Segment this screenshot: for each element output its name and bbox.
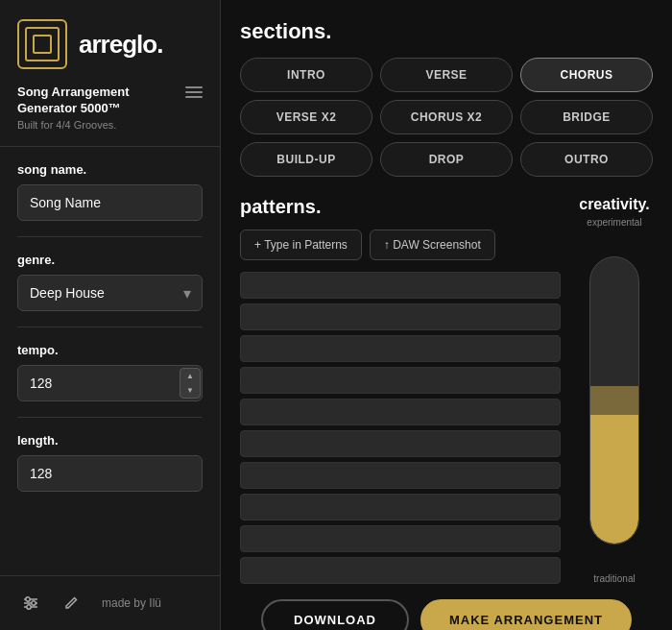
make-arrangement-button[interactable]: MAKE ARRANGEMENT: [420, 599, 632, 630]
patterns-creativity-row: patterns. + Type in Patterns ↑ DAW Scree…: [240, 196, 653, 584]
creativity-label-bottom: traditional: [593, 573, 635, 584]
patterns-title: patterns.: [240, 196, 561, 218]
creativity-fill: [590, 415, 638, 544]
pattern-row: [240, 367, 561, 394]
svg-point-3: [26, 597, 30, 601]
pattern-row: [240, 303, 561, 330]
tempo-spinners: ▲ ▼: [180, 368, 201, 399]
length-section: length.: [0, 418, 220, 507]
app-logo-text: arreglo.: [79, 30, 162, 60]
length-input[interactable]: [17, 455, 203, 492]
logo-inner: [25, 27, 60, 61]
section-btn-verse[interactable]: VERSE: [380, 58, 513, 92]
genre-label: genre.: [17, 253, 203, 267]
pattern-row: [240, 462, 561, 489]
tempo-input[interactable]: [17, 365, 203, 401]
song-name-label: song name.: [17, 162, 203, 177]
genre-select-wrapper: Deep House House Techno Drum & Bass Ambi…: [17, 275, 203, 311]
section-btn-outro[interactable]: OUTRO: [520, 142, 653, 177]
creativity-title: creativity.: [579, 196, 650, 213]
patterns-area: patterns. + Type in Patterns ↑ DAW Scree…: [240, 196, 561, 584]
section-btn-verse-x2[interactable]: VERSE X2: [240, 100, 372, 134]
section-btn-intro[interactable]: INTRO: [240, 58, 372, 92]
subtitle-line3: Built for 4/4 Grooves.: [17, 119, 130, 131]
creativity-pill[interactable]: [589, 256, 639, 545]
pattern-row: [240, 525, 561, 552]
subtitle-line1: Song Arrangement Generator 5000™: [17, 85, 130, 117]
left-panel: arreglo. Song Arrangement Generator 5000…: [0, 0, 221, 630]
logo-box: [17, 19, 67, 69]
song-name-input[interactable]: [17, 184, 203, 221]
pattern-row: [240, 272, 561, 299]
sliders-icon[interactable]: [17, 590, 44, 617]
song-name-section: song name.: [0, 147, 220, 236]
tempo-down-btn[interactable]: ▼: [180, 383, 200, 398]
pattern-row: [240, 557, 561, 584]
tempo-section: tempo. ▲ ▼: [0, 327, 220, 417]
tempo-up-btn[interactable]: ▲: [180, 369, 200, 383]
download-button[interactable]: DOWNLOAD: [261, 599, 409, 630]
pattern-row: [240, 494, 561, 521]
tempo-input-wrapper: ▲ ▼: [17, 365, 203, 401]
svg-point-5: [27, 605, 31, 609]
section-btn-drop[interactable]: DROP: [380, 142, 513, 177]
tempo-label: tempo.: [17, 343, 203, 357]
app-subtitle: Song Arrangement Generator 5000™ Built f…: [0, 85, 220, 147]
logo-area: arreglo.: [0, 0, 220, 85]
pattern-rows: [240, 272, 561, 584]
sections-title: sections.: [240, 19, 653, 44]
daw-screenshot-btn[interactable]: ↑ DAW Screenshot: [370, 230, 495, 260]
genre-select[interactable]: Deep House House Techno Drum & Bass Ambi…: [17, 275, 203, 311]
creativity-area: creativity. experimental traditional: [576, 196, 653, 584]
length-label: length.: [17, 433, 203, 448]
pattern-row: [240, 335, 561, 362]
pattern-row: [240, 399, 561, 425]
section-btn-chorus-x2[interactable]: CHORUS X2: [380, 100, 513, 134]
type-in-patterns-btn[interactable]: + Type in Patterns: [240, 230, 362, 260]
pattern-row: [240, 430, 561, 457]
made-by-text: made by Ilü: [102, 596, 161, 610]
section-btn-bridge[interactable]: BRIDGE: [520, 100, 653, 134]
section-btn-build-up[interactable]: BUILD-UP: [240, 142, 372, 177]
section-btn-chorus[interactable]: CHORUS: [520, 58, 653, 92]
menu-icon: [185, 86, 203, 98]
svg-point-4: [32, 601, 36, 605]
right-panel: sections. INTRO VERSE CHORUS VERSE X2 CH…: [221, 0, 672, 630]
creativity-slider-container[interactable]: [589, 233, 639, 568]
creativity-label-top: experimental: [587, 217, 641, 228]
bottom-toolbar: made by Ilü: [0, 575, 220, 630]
genre-section: genre. Deep House House Techno Drum & Ba…: [0, 237, 220, 327]
pencil-icon[interactable]: [58, 590, 84, 617]
bottom-actions: DOWNLOAD MAKE ARRANGEMENT: [240, 599, 653, 630]
sections-grid: INTRO VERSE CHORUS VERSE X2 CHORUS X2 BR…: [240, 58, 653, 177]
patterns-buttons: + Type in Patterns ↑ DAW Screenshot: [240, 230, 561, 260]
